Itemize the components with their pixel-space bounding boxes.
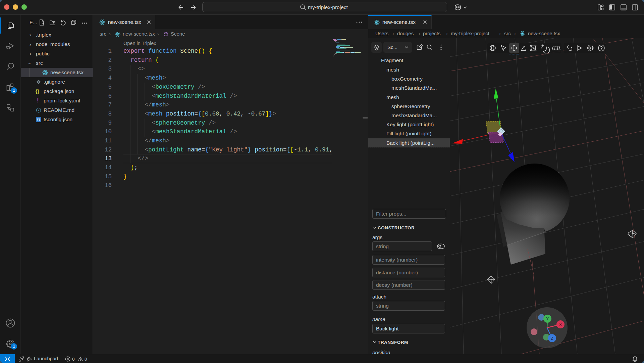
svg-text:Y: Y: [546, 317, 549, 321]
svg-text:X: X: [559, 322, 562, 327]
svg-text:0: 0: [85, 357, 87, 362]
svg-text:Z: Z: [551, 336, 553, 341]
svg-text:0: 0: [72, 357, 75, 362]
